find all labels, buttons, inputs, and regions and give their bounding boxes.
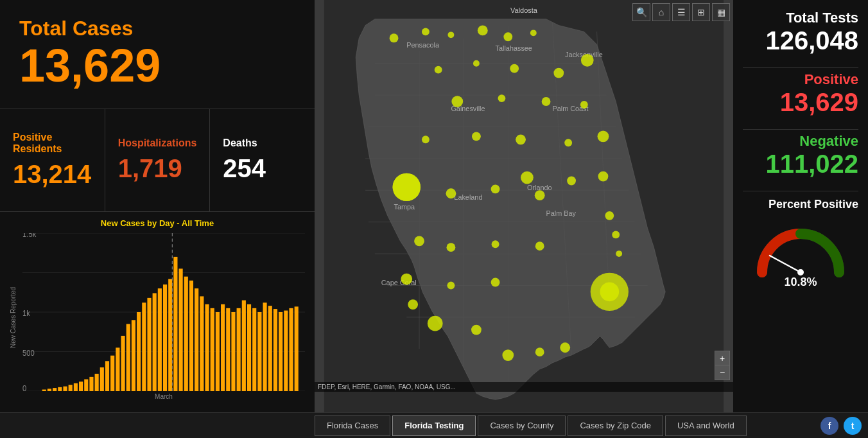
tab-florida-testing[interactable]: Florida Testing [392,416,476,436]
main-content: Total Cases 13,629 Positive Residents 13… [0,0,868,412]
svg-rect-31 [158,288,162,391]
positive-stat: Positive 13,629 [743,71,858,116]
map-zoom-controls: + − [715,351,730,380]
gauge-value: 10.8% [784,276,817,289]
svg-rect-43 [216,312,220,391]
hospitalizations-box: Hospitalizations 1,719 [105,109,211,211]
tab-florida-cases[interactable]: Florida Cases [315,416,390,436]
zoom-out-btn[interactable]: − [715,365,729,380]
tab-cases-by-zip-code[interactable]: Cases by Zip Code [568,416,663,436]
x-axis-label: March [22,391,305,401]
svg-rect-33 [168,279,172,391]
total-tests-label: Total Tests [743,10,858,26]
svg-point-129 [560,342,570,353]
svg-point-117 [492,240,499,248]
gauge-container: 10.8% [743,221,858,289]
svg-point-108 [535,190,545,200]
svg-point-109 [521,171,534,184]
svg-rect-44 [221,304,225,391]
svg-rect-56 [284,311,288,391]
map-grid-btn[interactable]: ▦ [712,3,730,21]
chart-area: New Cases Reported 1.5k 1k [10,233,305,401]
map-list-btn[interactable]: ☰ [672,3,690,21]
map-toolbar: 🔍 ⌂ ☰ ⊞ ▦ [632,3,730,21]
map-search-btn[interactable]: 🔍 [632,3,650,21]
twitter-icon[interactable]: t [844,417,862,435]
svg-point-114 [616,250,622,257]
positive-residents-value: 13,214 [13,160,92,189]
svg-point-113 [612,231,620,239]
svg-point-101 [516,134,526,145]
svg-rect-49 [247,304,251,391]
svg-text:Pensacola: Pensacola [406,41,440,49]
svg-point-106 [446,188,456,198]
tab-usa-and-world[interactable]: USA and World [665,416,747,436]
map-layers-btn[interactable]: ⊞ [692,3,710,21]
deaths-value: 254 [223,154,302,183]
svg-rect-16 [79,381,83,391]
svg-rect-54 [273,309,277,391]
svg-rect-45 [226,308,230,391]
svg-rect-47 [237,308,241,391]
svg-point-93 [510,64,519,73]
svg-point-119 [401,274,412,285]
svg-text:500: 500 [22,348,35,358]
divider-3 [743,191,858,191]
svg-point-96 [498,94,506,102]
divider-1 [743,67,858,68]
svg-rect-36 [179,268,183,391]
svg-rect-28 [142,302,146,391]
negative-value: 111,022 [743,150,858,178]
positive-residents-label: Positive Residents [13,132,92,155]
svg-rect-42 [211,308,214,391]
facebook-icon[interactable]: f [820,417,838,435]
svg-point-94 [553,68,564,78]
chart-box: New Cases by Day - All Time New Cases Re… [0,212,315,412]
deaths-box: Deaths 254 [210,109,315,211]
svg-point-95 [451,96,463,107]
svg-rect-58 [295,306,299,391]
svg-rect-50 [252,308,256,391]
svg-rect-38 [189,281,193,391]
svg-rect-10 [48,389,51,391]
svg-point-112 [605,211,614,220]
svg-rect-15 [74,383,78,391]
svg-point-97 [542,97,551,106]
svg-rect-32 [163,285,167,391]
svg-rect-37 [184,277,188,391]
svg-point-89 [530,30,537,36]
svg-rect-23 [116,347,119,391]
svg-rect-24 [121,336,125,391]
svg-rect-19 [95,374,99,391]
svg-rect-30 [153,293,157,391]
negative-label: Negative [743,133,858,150]
svg-point-124 [600,283,620,302]
zoom-in-btn[interactable]: + [715,351,729,365]
svg-point-84 [390,33,399,42]
right-panel: Total Tests 126,048 Positive 13,629 Nega… [733,0,868,412]
svg-point-122 [408,299,418,310]
map-home-btn[interactable]: ⌂ [652,3,670,21]
svg-line-130 [770,256,801,272]
svg-point-99 [422,136,430,143]
map-area[interactable]: .county { fill: #4a4a4a; stroke: #666; s… [315,0,733,412]
svg-rect-21 [105,361,109,391]
positive-residents-box: Positive Residents 13,214 [0,109,105,211]
svg-rect-39 [195,288,198,391]
tab-cases-by-county[interactable]: Cases by County [478,416,566,436]
svg-rect-25 [126,324,130,391]
svg-text:1k: 1k [22,308,31,318]
svg-point-121 [491,278,500,287]
svg-rect-53 [268,306,272,391]
positive-value: 13,629 [743,88,858,116]
svg-rect-11 [53,388,56,391]
positive-label: Positive [743,71,858,88]
svg-point-102 [564,139,572,146]
svg-rect-12 [58,387,62,391]
chart-canvas-wrap: 1.5k 1k 500 0 [22,233,305,391]
svg-point-103 [598,130,609,142]
svg-point-91 [435,66,442,74]
total-cases-box: Total Cases 13,629 [0,0,315,109]
svg-point-127 [502,349,514,361]
percent-positive-label: Percent Positive [743,198,858,211]
